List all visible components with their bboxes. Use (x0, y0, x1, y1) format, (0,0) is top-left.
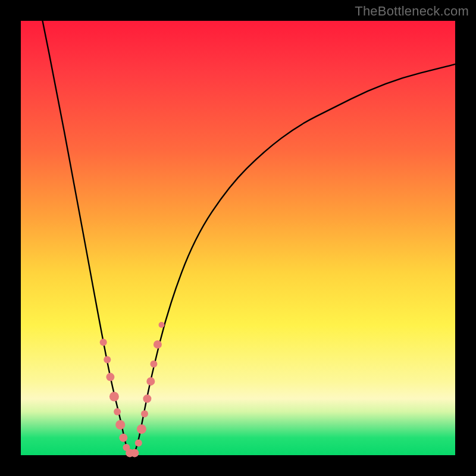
scatter-point (159, 322, 165, 328)
scatter-point (119, 434, 127, 442)
scatter-point (141, 411, 148, 418)
watermark-text: TheBottleneck.com (355, 4, 469, 19)
plot-area (21, 21, 455, 455)
markers-svg (21, 21, 455, 455)
scatter-point (154, 340, 162, 349)
scatter-markers (100, 322, 165, 457)
scatter-point (104, 356, 111, 363)
scatter-point (135, 440, 142, 447)
scatter-point (109, 392, 119, 402)
scatter-point (137, 424, 146, 434)
scatter-point (106, 373, 114, 381)
outer-frame: TheBottleneck.com (0, 0, 476, 476)
scatter-point (146, 377, 155, 386)
scatter-point (143, 394, 151, 403)
scatter-point (115, 420, 125, 430)
scatter-point (114, 408, 121, 415)
scatter-point (150, 361, 157, 368)
scatter-point (100, 339, 107, 346)
scatter-point (130, 449, 139, 457)
